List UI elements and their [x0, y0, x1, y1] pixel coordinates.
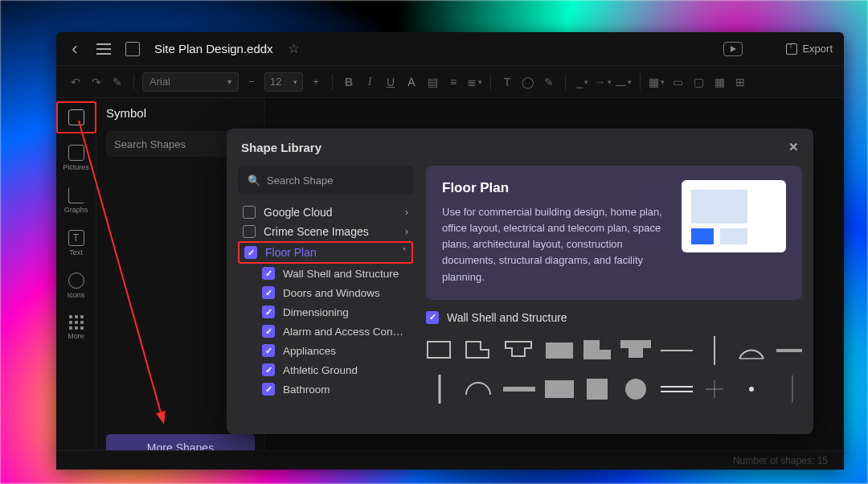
- shape-cross[interactable]: [702, 374, 727, 404]
- shape-vline2[interactable]: [426, 374, 453, 404]
- svg-point-16: [749, 387, 754, 392]
- text-tool-button[interactable]: T: [499, 74, 515, 90]
- shape-vline[interactable]: [702, 335, 727, 366]
- line-spacing-button[interactable]: ≣: [466, 74, 482, 90]
- svg-rect-8: [503, 387, 535, 392]
- shape-thick-hline[interactable]: [503, 374, 535, 404]
- section-checkbox[interactable]: [426, 311, 439, 324]
- tree-item-doors-and-windows[interactable]: Doors and Windows: [238, 283, 413, 302]
- shape-solid-t[interactable]: [620, 335, 651, 366]
- shape-thick-line[interactable]: [776, 335, 802, 366]
- shape-double-line[interactable]: [661, 374, 693, 404]
- tree-item-wall-shell-and-structure[interactable]: Wall Shell and Structure: [238, 264, 413, 283]
- font-size-select[interactable]: 12▾: [264, 72, 303, 92]
- modal-title: Shape Library: [241, 141, 321, 154]
- tree-item-floor-plan[interactable]: Floor Plan˅: [238, 241, 413, 264]
- tree-label: Appliances: [283, 345, 336, 357]
- highlight-button[interactable]: ▤: [424, 74, 440, 90]
- export-button[interactable]: Export: [786, 43, 833, 55]
- shape-square[interactable]: [583, 374, 611, 404]
- shape-medium-rect[interactable]: [545, 374, 574, 404]
- tree-item-google-cloud[interactable]: Google Cloud›: [238, 203, 413, 222]
- font-size-decrease[interactable]: −: [244, 74, 260, 90]
- bold-button[interactable]: B: [341, 74, 357, 90]
- rail-more[interactable]: More: [59, 310, 93, 345]
- shape-solid-l[interactable]: [583, 335, 611, 366]
- italic-button[interactable]: I: [362, 74, 378, 90]
- pen-tool-button[interactable]: ✎: [541, 74, 557, 90]
- play-button[interactable]: [723, 42, 743, 56]
- checkbox[interactable]: [262, 344, 275, 357]
- shape-tool-button[interactable]: ◯: [520, 74, 536, 90]
- shape-hline[interactable]: [661, 335, 693, 366]
- redo-button[interactable]: ↷: [88, 74, 104, 90]
- text-icon: T: [68, 230, 84, 246]
- shape-l-wall[interactable]: [463, 335, 493, 366]
- checkbox[interactable]: [262, 383, 275, 396]
- menu-button[interactable]: [96, 43, 111, 55]
- paint-button[interactable]: ✎: [109, 74, 125, 90]
- shape-t-wall[interactable]: [503, 335, 535, 366]
- arrow-style-button[interactable]: →: [595, 74, 611, 90]
- font-color-button[interactable]: A: [403, 74, 420, 90]
- shape-wall-rect[interactable]: [426, 335, 453, 366]
- rail-symbol[interactable]: [59, 105, 93, 130]
- shape-search-input[interactable]: 🔍 Search Shape: [238, 166, 413, 195]
- underline-button[interactable]: U: [383, 74, 399, 90]
- shape-arc[interactable]: [736, 335, 767, 366]
- group-button[interactable]: ▢: [690, 74, 706, 90]
- line-style-button[interactable]: [616, 74, 632, 90]
- shape-dot[interactable]: [736, 374, 767, 404]
- tree-label: Google Cloud: [264, 206, 333, 219]
- checkbox[interactable]: [262, 267, 275, 280]
- connector-button[interactable]: ⎯: [574, 74, 590, 90]
- tree-item-alarm-and-access-con-[interactable]: Alarm and Access Con…: [238, 322, 413, 341]
- shape-solid-rect[interactable]: [545, 335, 574, 366]
- back-button[interactable]: [68, 42, 82, 56]
- tree-label: Wall Shell and Structure: [283, 268, 399, 280]
- export-icon: [786, 43, 797, 55]
- shape-vline-thin[interactable]: [776, 374, 802, 404]
- favorite-button[interactable]: ☆: [288, 40, 300, 57]
- modal-header: Shape Library ✕: [227, 129, 813, 166]
- shape-circle[interactable]: [620, 374, 651, 404]
- tree-item-bathroom[interactable]: Bathroom: [238, 379, 413, 399]
- checkbox[interactable]: [262, 363, 275, 376]
- titlebar: Site Plan Design.eddx ☆ Export: [56, 32, 844, 66]
- chevron-icon: ›: [405, 226, 408, 237]
- checkbox[interactable]: [243, 225, 256, 238]
- font-size-increase[interactable]: +: [308, 74, 324, 90]
- more-icon: [69, 315, 84, 330]
- checkbox[interactable]: [262, 286, 275, 299]
- chevron-icon: ˅: [402, 247, 407, 258]
- tree-item-appliances[interactable]: Appliances: [238, 341, 413, 360]
- undo-button[interactable]: ↶: [68, 74, 84, 90]
- checkbox[interactable]: [262, 306, 275, 318]
- fill-button[interactable]: ▦: [649, 74, 665, 90]
- tool-rail: Pictures Graphs T Text Icons More: [56, 98, 96, 470]
- align-button[interactable]: ≡: [445, 74, 461, 90]
- description-card: Floor Plan Use for commercial building d…: [426, 166, 802, 300]
- rail-pictures[interactable]: Pictures: [59, 140, 93, 176]
- font-select[interactable]: Arial▾: [142, 72, 239, 92]
- checkbox[interactable]: [262, 325, 275, 338]
- tree-item-crime-scene-images[interactable]: Crime Scene Images›: [238, 222, 413, 241]
- svg-point-11: [625, 379, 646, 400]
- shape-section-header[interactable]: Wall Shell and Structure: [426, 311, 802, 324]
- checkbox[interactable]: [243, 206, 256, 219]
- tree-item-athletic-ground[interactable]: Athletic Ground: [238, 360, 413, 379]
- tree-label: Alarm and Access Con…: [283, 326, 403, 338]
- grid-button[interactable]: ⊞: [732, 74, 748, 90]
- rail-icons[interactable]: Icons: [59, 268, 93, 304]
- tree-item-dimensioning[interactable]: Dimensioning: [238, 302, 413, 322]
- rail-graphs[interactable]: Graphs: [59, 183, 93, 219]
- shape-half-arc[interactable]: [463, 374, 493, 404]
- modal-close-button[interactable]: ✕: [788, 140, 799, 154]
- checkbox[interactable]: [244, 246, 257, 259]
- arrange-button[interactable]: ▦: [711, 74, 727, 90]
- tree-label: Floor Plan: [265, 246, 317, 259]
- tree-label: Dimensioning: [283, 306, 349, 318]
- rail-text[interactable]: T Text: [59, 225, 93, 261]
- search-icon: 🔍: [248, 174, 260, 187]
- layer-button[interactable]: ▭: [669, 74, 686, 90]
